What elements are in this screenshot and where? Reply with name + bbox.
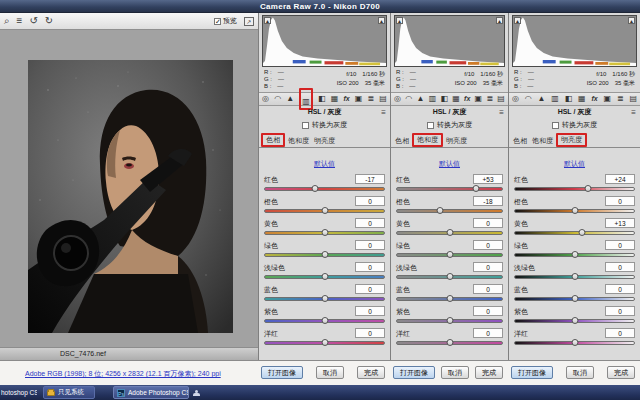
- taskbar-item-clipped[interactable]: hotoshop CS6: [1, 386, 37, 399]
- open-image-button[interactable]: 打开图像: [511, 366, 553, 379]
- tone-curve-tab-icon[interactable]: ◠: [405, 94, 412, 104]
- snapshots-tab-icon[interactable]: ▤: [379, 94, 387, 104]
- presets-tab-icon[interactable]: ≣: [368, 94, 375, 104]
- shadow-clip-icon[interactable]: ▲: [396, 17, 403, 24]
- taskbar-item-folder[interactable]: 只见系统: [43, 386, 95, 399]
- slider-thumb[interactable]: [446, 251, 453, 258]
- taskbar-tray-user-icon[interactable]: [193, 386, 203, 399]
- slider-value-field[interactable]: 0: [473, 218, 503, 228]
- split-toning-tab-icon[interactable]: ◧: [440, 94, 448, 104]
- rotate-left-icon[interactable]: ↺: [29, 16, 37, 26]
- preview-photo[interactable]: [28, 60, 233, 333]
- effects-tab-icon[interactable]: fx: [464, 94, 470, 104]
- slider-value-field[interactable]: +53: [473, 174, 503, 184]
- slider-thumb[interactable]: [585, 185, 592, 192]
- basic-tab-icon[interactable]: ◎: [262, 94, 269, 104]
- slider-value-field[interactable]: +13: [605, 218, 635, 228]
- open-image-button[interactable]: 打开图像: [393, 366, 435, 379]
- hsl-tab-hue[interactable]: 色相: [393, 135, 411, 147]
- slider-value-field[interactable]: 0: [605, 328, 635, 338]
- panel-menu-icon[interactable]: ≡: [631, 107, 636, 118]
- slider-thumb[interactable]: [321, 317, 328, 324]
- camera-calibration-tab-icon[interactable]: ▣: [475, 94, 483, 104]
- checkbox-icon[interactable]: [552, 122, 559, 129]
- checkbox-icon[interactable]: [427, 122, 434, 129]
- snapshots-tab-icon[interactable]: ▤: [629, 94, 637, 104]
- slider-value-field[interactable]: 0: [473, 262, 503, 272]
- split-toning-tab-icon[interactable]: ◧: [565, 94, 573, 104]
- done-button[interactable]: 完成: [475, 366, 503, 379]
- hsl-tab-saturation[interactable]: 饱和度: [286, 135, 311, 147]
- hsl-grayscale-tab-icon[interactable]: ▥: [302, 97, 310, 106]
- camera-calibration-tab-icon[interactable]: ▣: [355, 94, 363, 104]
- slider-thumb[interactable]: [321, 273, 328, 280]
- slider-track[interactable]: [514, 187, 635, 191]
- hsl-grayscale-tab-icon[interactable]: ▥: [551, 94, 559, 104]
- presets-tab-icon[interactable]: ≣: [617, 94, 624, 104]
- effects-tab-icon[interactable]: fx: [591, 94, 597, 104]
- detail-tab-icon[interactable]: ▲: [416, 94, 424, 104]
- done-button[interactable]: 完成: [357, 366, 385, 379]
- slider-thumb[interactable]: [571, 339, 578, 346]
- highlight-clip-icon[interactable]: ▲: [378, 17, 385, 24]
- slider-thumb[interactable]: [473, 185, 480, 192]
- done-button[interactable]: 完成: [607, 366, 635, 379]
- slider-thumb[interactable]: [321, 339, 328, 346]
- slider-track[interactable]: [396, 209, 503, 213]
- slider-thumb[interactable]: [571, 295, 578, 302]
- basic-tab-icon[interactable]: ◎: [512, 94, 519, 104]
- convert-grayscale-checkbox[interactable]: 转换为灰度: [259, 119, 390, 131]
- slider-value-field[interactable]: 0: [473, 328, 503, 338]
- camera-calibration-tab-icon[interactable]: ▣: [604, 94, 612, 104]
- slider-thumb[interactable]: [578, 229, 585, 236]
- slider-thumb[interactable]: [321, 207, 328, 214]
- slider-track[interactable]: [514, 231, 635, 235]
- slider-value-field[interactable]: 0: [355, 196, 385, 206]
- zoom-tool-icon[interactable]: ⌕: [4, 16, 10, 26]
- slider-value-field[interactable]: 0: [605, 196, 635, 206]
- checkbox-icon[interactable]: [302, 122, 309, 129]
- slider-thumb[interactable]: [571, 273, 578, 280]
- hsl-tab-hue[interactable]: 色相: [264, 135, 282, 144]
- fullscreen-toggle-icon[interactable]: ↗: [244, 17, 254, 26]
- slider-value-field[interactable]: 0: [605, 306, 635, 316]
- detail-tab-icon[interactable]: ▲: [538, 94, 546, 104]
- slider-value-field[interactable]: 0: [355, 240, 385, 250]
- hsl-tab-saturation[interactable]: 饱和度: [415, 135, 440, 144]
- histogram[interactable]: ▲▲: [394, 15, 505, 67]
- slider-thumb[interactable]: [446, 317, 453, 324]
- slider-thumb[interactable]: [437, 207, 444, 214]
- slider-value-field[interactable]: 0: [355, 306, 385, 316]
- slider-thumb[interactable]: [446, 229, 453, 236]
- slider-value-field[interactable]: 0: [355, 218, 385, 228]
- slider-thumb[interactable]: [321, 295, 328, 302]
- presets-tab-icon[interactable]: ≣: [486, 94, 493, 104]
- preview-checkbox[interactable]: ✓ 预览: [214, 16, 237, 26]
- slider-value-field[interactable]: 0: [473, 284, 503, 294]
- histogram[interactable]: ▲▲: [262, 15, 387, 67]
- slider-value-field[interactable]: +24: [605, 174, 635, 184]
- hsl-tab-hue[interactable]: 色相: [511, 135, 529, 147]
- hsl-tab-luminance[interactable]: 明亮度: [312, 135, 337, 147]
- histogram[interactable]: ▲▲: [512, 15, 637, 67]
- hsl-grayscale-tab-icon[interactable]: ▥: [429, 94, 437, 104]
- convert-grayscale-checkbox[interactable]: 转换为灰度: [391, 119, 508, 131]
- slider-track[interactable]: [264, 187, 385, 191]
- cancel-button[interactable]: 取消: [316, 366, 344, 379]
- slider-value-field[interactable]: 0: [473, 240, 503, 250]
- slider-value-field[interactable]: -17: [355, 174, 385, 184]
- slider-value-field[interactable]: 0: [355, 284, 385, 294]
- slider-thumb[interactable]: [571, 207, 578, 214]
- tone-curve-tab-icon[interactable]: ◠: [525, 94, 532, 104]
- default-values-link[interactable]: 默认值: [564, 160, 585, 167]
- snapshots-tab-icon[interactable]: ▤: [497, 94, 505, 104]
- slider-thumb[interactable]: [446, 339, 453, 346]
- slider-thumb[interactable]: [571, 251, 578, 258]
- highlight-clip-icon[interactable]: ▲: [496, 17, 503, 24]
- cancel-button[interactable]: 取消: [566, 366, 594, 379]
- shadow-clip-icon[interactable]: ▲: [514, 17, 521, 24]
- slider-thumb[interactable]: [311, 185, 318, 192]
- hsl-tab-luminance[interactable]: 明亮度: [444, 135, 469, 147]
- workflow-options-link[interactable]: Adobe RGB (1998); 8 位; 4256 x 2832 (12.1…: [25, 369, 221, 379]
- slider-value-field[interactable]: 0: [605, 262, 635, 272]
